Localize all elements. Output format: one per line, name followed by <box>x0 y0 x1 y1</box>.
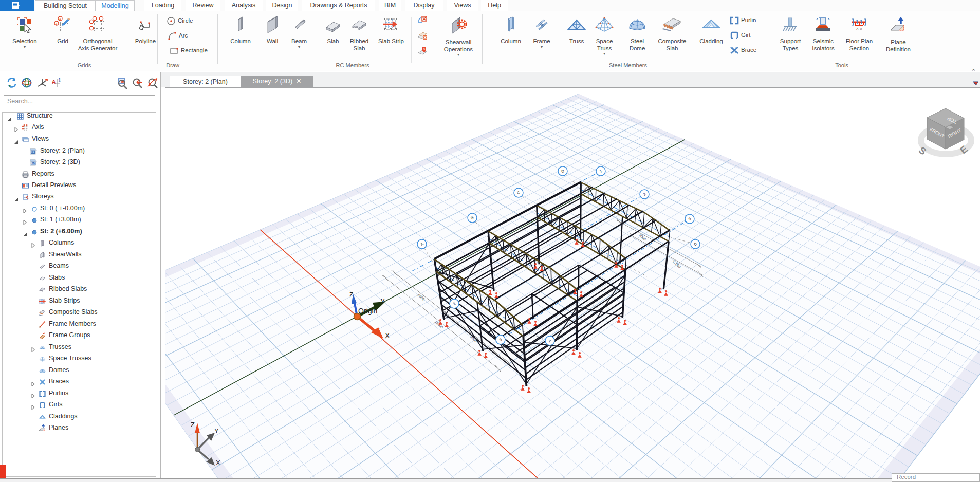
svg-text:Origin: Origin <box>358 307 377 315</box>
svg-text:Y: Y <box>214 427 219 435</box>
svg-text:Z: Z <box>191 421 195 429</box>
svg-text:z: z <box>349 289 354 298</box>
svg-text:A: A <box>52 79 56 85</box>
svg-text:9: 9 <box>423 48 425 51</box>
svg-text:1: 1 <box>58 78 61 83</box>
svg-text:x: x <box>385 330 390 339</box>
svg-text:X: X <box>216 459 220 467</box>
svg-text:y: y <box>381 295 385 304</box>
svg-text:3D: 3D <box>32 162 35 165</box>
svg-text:A-A: A-A <box>857 27 862 31</box>
svg-text:A: A <box>59 17 61 21</box>
